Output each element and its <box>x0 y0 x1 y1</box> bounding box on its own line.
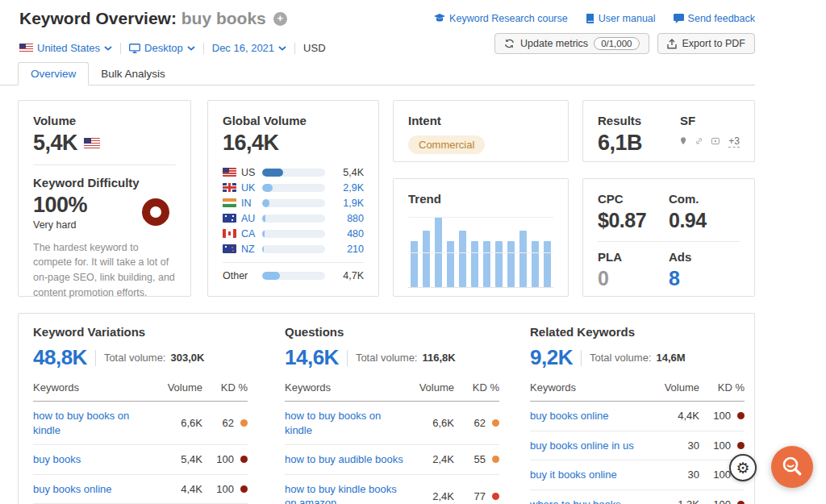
trend-bar <box>411 241 418 287</box>
trend-bar <box>459 231 466 287</box>
global-volume-row-in[interactable]: IN1,9K <box>223 195 364 210</box>
keyword-count[interactable]: 14,6K <box>285 345 339 370</box>
col-keywords: Keywords <box>530 381 657 394</box>
keyword-kd: 62 <box>454 417 499 429</box>
section-stats: 48,8KTotal volume:303,0K <box>33 345 248 370</box>
keyword-link[interactable]: where to buy books <box>530 498 657 504</box>
keyword-count[interactable]: 48,8K <box>33 345 87 370</box>
add-keyword-icon[interactable]: + <box>273 12 287 26</box>
trend-card: Trend <box>393 178 569 297</box>
trend-bar <box>507 241 515 287</box>
stat-separator <box>347 350 348 366</box>
settings-gear-button[interactable]: ⚙ <box>729 454 757 481</box>
export-pdf-button[interactable]: Export to PDF <box>657 33 756 54</box>
stat-separator <box>581 350 582 366</box>
volume-bar-fill <box>262 245 264 253</box>
keyword-kd: 55 <box>454 453 499 465</box>
global-volume-row-uk[interactable]: UK2,9K <box>223 180 364 195</box>
keyword-row: how to buy kindle books on amazon2,4K77 <box>285 475 499 504</box>
global-volume-title: Global Volume <box>223 114 364 127</box>
keyword-volume: 1,3K <box>657 498 699 504</box>
keyword-link[interactable]: buy books online in us <box>530 439 657 453</box>
keyword-kd: 100 <box>699 439 745 452</box>
keyword-kd: 100 <box>202 453 248 465</box>
kd-dot-maroon <box>737 442 745 449</box>
tab-overview[interactable]: Overview <box>18 62 89 85</box>
volume-bar-track <box>262 169 325 177</box>
country-filter[interactable]: United States <box>19 42 112 54</box>
table-header: KeywordsVolumeKD % <box>530 381 745 402</box>
keyword-volume: 6,6K <box>412 417 454 429</box>
global-volume-row-nz[interactable]: NZ210 <box>223 241 364 256</box>
user-manual-link[interactable]: User manual <box>586 13 656 24</box>
global-volume-row-ca[interactable]: CA480 <box>223 226 364 241</box>
keyword-link[interactable]: buy books online <box>33 482 161 497</box>
refresh-icon <box>504 39 515 48</box>
filter-row: United States Desktop Dec 16, 2021 USD <box>19 42 326 54</box>
kd-dot-orange <box>492 456 499 463</box>
ads-value[interactable]: 8 <box>669 267 740 290</box>
keyword-link[interactable]: how to buy kindle books on amazon <box>285 482 412 504</box>
country-volume: 210 <box>333 244 364 255</box>
volume-card: Volume 5,4K Keyword Difficulty 100% Very… <box>18 100 191 297</box>
trend-bar <box>544 241 551 287</box>
stat-separator <box>95 350 96 366</box>
trend-chart <box>408 217 553 288</box>
table-header: KeywordsVolumeKD % <box>285 381 499 402</box>
intent-badge[interactable]: Commercial <box>408 135 485 154</box>
keyword-research-course-link[interactable]: Keyword Research course <box>434 13 568 24</box>
gear-icon: ⚙ <box>736 459 749 477</box>
keyword-link[interactable]: how to buy books on kindle <box>285 409 412 437</box>
section-title: Keyword Variations <box>33 325 248 339</box>
volume-bar-fill <box>262 215 265 223</box>
col-volume: Volume <box>161 381 202 394</box>
total-volume-label: Total volume: <box>590 352 652 364</box>
keyword-link[interactable]: how to buy audible books <box>285 452 412 467</box>
keyword-row: how to buy audible books2,4K55 <box>285 445 499 475</box>
keyword-difficulty-title: Keyword Difficulty <box>33 176 176 190</box>
keyword-link[interactable]: buy books <box>33 452 161 467</box>
date-filter[interactable]: Dec 16, 2021 <box>212 42 286 54</box>
uk-flag-icon <box>223 183 236 192</box>
kd-dot-orange <box>240 419 248 427</box>
volume-bar-fill <box>262 169 283 177</box>
col-kd: KD % <box>454 381 499 394</box>
keyword-search-fab[interactable] <box>771 446 813 488</box>
keyword-kd: 100 <box>699 498 745 504</box>
volume-bar-fill <box>262 199 269 207</box>
results-value: 6,1B <box>598 131 680 154</box>
kd-dot-maroon <box>240 456 248 463</box>
volume-bar-fill <box>262 184 273 192</box>
monitor-icon <box>129 44 140 53</box>
country-label: IN <box>241 198 262 209</box>
sf-more-link[interactable]: +3 <box>728 135 740 148</box>
currency-label: USD <box>303 42 325 54</box>
volume-bar-track <box>262 184 325 192</box>
send-feedback-link[interactable]: Send feedback <box>674 13 755 24</box>
keyword-count[interactable]: 9,2K <box>530 345 573 370</box>
section-keyword-variations: Keyword Variations48,8KTotal volume:303,… <box>33 325 248 504</box>
chevron-down-icon <box>278 46 286 51</box>
section-stats: 9,2KTotal volume:14,6M <box>530 345 745 370</box>
keyword-volume: 30 <box>657 469 699 481</box>
keyword-volume: 4,4K <box>161 483 202 495</box>
update-metrics-button[interactable]: Update metrics 0/1,000 <box>494 33 649 54</box>
keyword-link[interactable]: how to buy books on kindle <box>33 409 161 437</box>
kd-dot-red <box>492 493 499 500</box>
magnifier-smile-icon <box>780 455 804 479</box>
global-volume-row-au[interactable]: AU880 <box>223 210 364 226</box>
update-metrics-counter: 0/1,000 <box>594 37 639 50</box>
filter-separator <box>294 43 295 54</box>
section-title: Related Keywords <box>530 325 745 339</box>
total-volume-value: 14,6M <box>657 352 686 364</box>
keyword-link[interactable]: buy books online <box>530 409 657 423</box>
device-filter[interactable]: Desktop <box>129 42 195 54</box>
keyword-link[interactable]: buy it books online <box>530 468 657 482</box>
country-label: NZ <box>241 244 262 255</box>
tab-bar: Overview Bulk Analysis <box>0 62 755 85</box>
keyword-kd: 100 <box>202 483 248 495</box>
tab-bulk-analysis[interactable]: Bulk Analysis <box>89 63 177 85</box>
ads-title: Ads <box>669 250 740 264</box>
book-icon <box>586 14 594 23</box>
link-icon <box>695 135 703 148</box>
